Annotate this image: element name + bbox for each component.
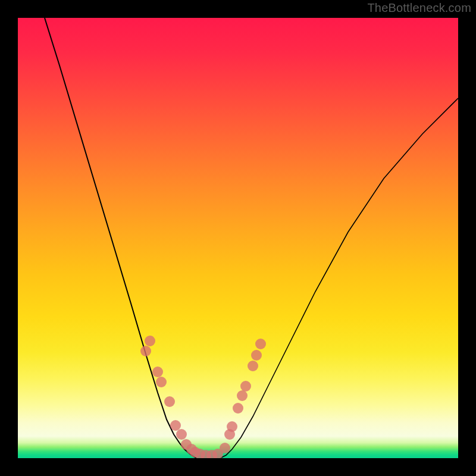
plot-area	[18, 18, 458, 458]
watermark-text: TheBottleneck.com	[367, 1, 471, 15]
data-marker	[227, 421, 237, 432]
data-marker	[248, 361, 258, 371]
data-marker	[140, 346, 151, 356]
data-marker	[152, 367, 163, 377]
data-marker	[170, 420, 181, 431]
data-marker	[176, 429, 187, 440]
right-curve	[220, 98, 458, 458]
data-marker	[156, 377, 167, 387]
data-marker	[220, 443, 230, 453]
data-marker	[164, 396, 175, 407]
data-marker	[145, 336, 155, 346]
data-marker	[240, 381, 251, 392]
data-marker	[233, 403, 243, 414]
left-curve	[45, 18, 196, 458]
curve-canvas	[18, 18, 458, 458]
chart-frame: TheBottleneck.com	[0, 0, 476, 476]
data-marker	[251, 350, 262, 361]
data-marker	[237, 390, 248, 401]
data-marker	[255, 339, 266, 349]
